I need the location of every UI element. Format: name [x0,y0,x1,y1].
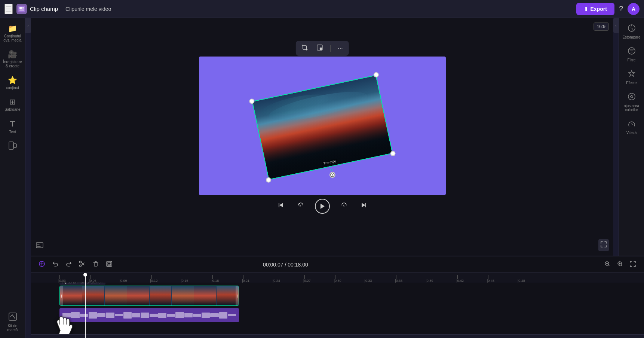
zoom-out-button[interactable] [602,260,613,269]
sidebar-item-filtre[interactable]: Filtre [620,44,643,65]
forward-button[interactable]: 5 [339,200,349,212]
ruler-tick: |0:18 [212,275,219,283]
efecte-label: Efecte [626,81,637,85]
filtre-label: Filtre [627,58,635,62]
add-track-button[interactable] [37,259,47,270]
wave-bar [184,313,193,317]
ruler-tick: |0:24 [274,275,280,283]
ruler-tick: |0:12 [151,275,158,283]
wave-bar [219,312,227,319]
efecte-icon [628,70,636,80]
aspect-ratio-badge[interactable]: 16:9 [594,22,609,31]
save-frame-button[interactable] [104,259,114,270]
clip-left-handle[interactable]: ‖ [60,286,63,305]
tick-line-major [182,275,182,279]
tick-label: |0:06 [89,279,96,283]
wave-bar [123,312,132,319]
tick-line-major [427,275,427,279]
media-item[interactable]: Tranziție [252,74,393,180]
cut-button[interactable] [77,259,87,270]
ruler-tick: |0:09 [121,275,127,283]
skip-forward-button[interactable] [358,200,369,212]
sidebar-item-viteza[interactable]: Viteză [620,116,643,138]
tick-label: |0:27 [303,279,311,283]
right-sidebar: Estompare Filtre [619,18,644,256]
content-icon: ⭐ [8,76,17,85]
sidebar-item-templates[interactable]: ⊞ Șabloane [1,94,24,115]
sidebar-item-brand[interactable]: Kit de marcă [1,310,24,335]
fit-zoom-button[interactable] [628,260,638,269]
tick-label: |0:24 [273,279,280,283]
tick-label: |0:03 [58,279,66,283]
export-button[interactable]: ⬆ Export [576,3,614,15]
tick-label: |0:36 [395,279,402,283]
app-logo[interactable]: Clip champ [16,4,58,14]
playback-controls: 5 5 [276,195,369,217]
ruler-tick: |0:21 [243,275,249,283]
sidebar-item-text[interactable]: T Text [1,116,24,137]
ruler-ticks: |0:03|0:06|0:09|0:12|0:15|0:18|0:21|0:24… [59,273,641,283]
tick-label: |0:30 [334,279,341,283]
sidebar-item-culori[interactable]: ajustarea culorilor [620,89,643,115]
ruler-tick: |0:36 [396,275,402,283]
wave-bar [210,313,218,317]
ruler-tick: |0:42 [457,275,464,283]
play-button[interactable] [315,199,330,214]
redo-button[interactable] [64,259,74,270]
left-sidebar: 📁 Conținutul dvs. media 🎥 Înregistrare &… [0,18,25,338]
wave-bar [202,313,210,318]
breadcrumb-nav[interactable]: Clipurile mele video [65,6,111,12]
wave-bar [141,313,149,318]
sidebar-item-media[interactable]: 📁 Conținutul dvs. media [1,21,24,45]
right-sidebar-collapse[interactable]: ‹ [613,18,619,33]
svg-rect-18 [365,203,366,207]
zoom-controls [602,260,638,269]
clip-right-handle[interactable]: ‖ [236,286,239,305]
menu-button[interactable]: ☰ [4,4,13,14]
estompare-label: Estompare [622,35,640,39]
zoom-in-button[interactable] [615,260,625,269]
caption-button[interactable] [36,241,44,251]
tick-label: |0:39 [426,279,433,283]
crop-button[interactable] [300,43,309,54]
sidebar-item-record[interactable]: 🎥 Înregistrare & create [1,47,24,71]
svg-rect-1 [19,7,22,9]
rewind-button[interactable]: 5 [295,200,306,212]
tick-line-major [151,275,152,279]
svg-point-24 [80,265,82,267]
tick-label: |0:15 [181,279,188,283]
ruler-marks: |0:03|0:06|0:09|0:12|0:15|0:18|0:21|0:24… [59,273,641,283]
thumbnails-strip [60,286,239,305]
templates-icon: ⊞ [9,97,16,106]
timeline-scrollbar[interactable] [31,334,644,338]
sidebar-item-estompare[interactable]: Estompare [620,21,643,42]
ruler-tick: |0:27 [304,275,311,283]
ruler-tick: |0:03 [59,275,66,283]
undo-button[interactable] [50,259,60,270]
sidebar-expand-button[interactable]: › [25,18,31,33]
avatar-button[interactable]: A [628,3,640,15]
thumb-2 [82,286,104,305]
delete-button[interactable] [91,259,101,270]
tick-line-major [457,275,458,279]
rotation-handle[interactable] [329,171,336,178]
sidebar-item-elements[interactable] [1,138,24,155]
tick-label: |0:45 [487,279,494,283]
video-clip[interactable]: ‖ ‖ [59,286,239,306]
wave-bar [193,314,201,317]
pip-button[interactable] [315,43,324,54]
wave-bar [106,313,114,318]
sidebar-item-efecte[interactable]: Efecte [620,67,643,88]
wave-bar [175,312,184,318]
more-button[interactable]: ··· [336,43,344,53]
app-logo-text: Clip champ [30,6,58,12]
tick-line-major [488,275,488,279]
help-button[interactable]: ? [619,4,623,13]
sidebar-item-content[interactable]: ⭐ conținut [1,73,24,93]
skip-back-button[interactable] [276,200,286,212]
thumb-1 [60,286,82,305]
audio-clip[interactable] [59,308,239,322]
tick-label: |0:21 [242,279,249,283]
record-icon: 🎥 [8,50,17,59]
fullscreen-button[interactable] [598,239,609,251]
